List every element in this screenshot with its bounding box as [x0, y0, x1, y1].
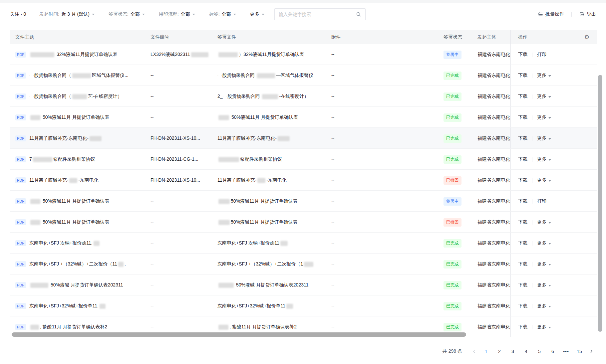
- status-cell: 已完成: [440, 65, 473, 86]
- cell-text: 11月离子膜碱补充-东南电化-: [217, 135, 277, 141]
- toolbar-divider: [571, 12, 572, 17]
- pagination-next-button[interactable]: [586, 346, 597, 357]
- download-link[interactable]: 下载: [518, 240, 527, 246]
- more-link[interactable]: 更多: [537, 73, 546, 78]
- status-badge: 已完成: [444, 134, 461, 143]
- download-link[interactable]: 下载: [518, 135, 527, 141]
- vertical-scrollbar[interactable]: [598, 75, 602, 332]
- filter-group-1[interactable]: 签署状态:全部: [109, 11, 145, 17]
- more-link[interactable]: 更多: [537, 135, 546, 141]
- actions-cell: 下载更多: [510, 149, 597, 169]
- download-link[interactable]: 下载: [518, 261, 527, 267]
- cell-text: 一般货物采购合同（: [29, 73, 71, 78]
- initiator-entity-cell: 福建省东南电化: [473, 295, 510, 316]
- initiator-entity-cell: 福建省东南电化: [473, 86, 510, 106]
- status-badge: 签署中: [444, 197, 461, 206]
- actions-cell: 下载更多: [510, 170, 597, 190]
- download-link[interactable]: 下载: [518, 282, 527, 287]
- attachment-cell: --: [330, 170, 440, 190]
- print-link[interactable]: 打印: [537, 52, 546, 57]
- more-link[interactable]: 更多: [537, 156, 546, 162]
- page-number-6[interactable]: 6: [547, 346, 558, 357]
- doc-subject-cell: PDF 32%液碱11月提货订单确认表: [10, 44, 150, 65]
- gear-icon[interactable]: ⚙: [584, 34, 589, 40]
- horizontal-scrollbar[interactable]: [12, 332, 466, 337]
- export-button[interactable]: 导出: [579, 11, 596, 17]
- filter-group-4[interactable]: 更多: [250, 11, 264, 17]
- pdf-badge: PDF: [15, 52, 26, 58]
- chevron-down-icon: [548, 327, 551, 328]
- search-button[interactable]: [352, 9, 365, 20]
- chevron-down-icon: [548, 285, 551, 286]
- action-divider: [532, 157, 532, 162]
- more-link[interactable]: 更多: [537, 303, 546, 308]
- more-link[interactable]: 更多: [537, 324, 546, 329]
- more-link[interactable]: 更多: [537, 282, 546, 287]
- more-link[interactable]: 更多: [537, 240, 546, 246]
- column-header-6: 操作⚙: [510, 30, 597, 44]
- download-link[interactable]: 下载: [518, 52, 527, 57]
- pdf-badge: PDF: [15, 219, 26, 225]
- chevron-down-icon: [142, 14, 145, 15]
- download-link[interactable]: 下载: [518, 219, 527, 225]
- filter-group-2[interactable]: 用印流程:全部: [159, 11, 195, 17]
- more-link[interactable]: 更多: [537, 219, 546, 225]
- pdf-badge: PDF: [15, 240, 26, 246]
- download-link[interactable]: 下载: [518, 73, 527, 78]
- more-link[interactable]: 更多: [537, 114, 546, 120]
- cell-text: 11月离子膜碱补充-东南电化-: [29, 135, 89, 141]
- cell-text: 50%液碱11月 月提货订单确认表: [230, 114, 298, 120]
- more-link[interactable]: 更多: [537, 93, 546, 99]
- download-link[interactable]: 下载: [518, 114, 527, 120]
- download-link[interactable]: 下载: [518, 303, 527, 308]
- pdf-badge: PDF: [15, 156, 26, 162]
- download-link[interactable]: 下载: [518, 177, 527, 183]
- filter-label: 标签:: [209, 11, 220, 17]
- filter-group-3[interactable]: 标签:全部: [209, 11, 236, 17]
- print-link[interactable]: 打印: [537, 198, 546, 204]
- cell-text: --: [151, 198, 153, 204]
- redacted-block: [218, 52, 238, 57]
- cell-text: FH-DN-202311-CG-1...: [151, 156, 198, 162]
- download-link[interactable]: 下载: [518, 198, 527, 204]
- actions-cell: 下载更多: [510, 107, 597, 127]
- doc-subject-cell: PDF11月离子膜碱补充--东南电化: [10, 170, 150, 190]
- doc-subject-cell: PDF东南电化+SFJ +（32%碱）+二次报价（11.: [10, 254, 150, 274]
- more-link[interactable]: 更多: [537, 261, 546, 267]
- page-number-15[interactable]: 15: [574, 346, 585, 357]
- page-number-3[interactable]: 3: [507, 346, 518, 357]
- page-number-5[interactable]: 5: [534, 346, 545, 357]
- table-row: PDF一般货物采购合同（区域气体报警仪...--一般货物采购合同 —区域气体报警…: [10, 65, 597, 86]
- filter-group-0[interactable]: 发起时间:近 3 月 (默认): [39, 11, 95, 17]
- chevron-down-icon: [548, 243, 551, 245]
- search-icon: [356, 12, 361, 17]
- pagination-ellipsis[interactable]: •••: [561, 346, 571, 357]
- redacted-block: [218, 157, 239, 162]
- page-number-4[interactable]: 4: [521, 346, 531, 357]
- search-box: [274, 8, 366, 20]
- page-number-1[interactable]: 1: [481, 346, 491, 357]
- pagination-prev-button[interactable]: [469, 346, 479, 357]
- doc-subject-cell: PDF一般货物采购合同（艺-在线密度计）: [10, 86, 150, 106]
- cell-text: --: [151, 93, 153, 99]
- search-input[interactable]: [275, 9, 352, 20]
- page-number-2[interactable]: 2: [494, 346, 505, 357]
- doc-code-cell: --: [150, 254, 216, 274]
- chevron-down-icon: [192, 14, 195, 15]
- follow-filter[interactable]: 关注 · 0: [10, 11, 26, 17]
- cell-text: 2_一般货物采购合同: [217, 93, 261, 99]
- download-link[interactable]: 下载: [518, 93, 527, 99]
- cell-text: 50%液碱11月 月提货订单确认表: [231, 198, 297, 204]
- batch-operation-button[interactable]: 批量操作: [538, 11, 564, 17]
- more-link[interactable]: 更多: [537, 177, 546, 183]
- status-cell: 已完成: [440, 274, 473, 295]
- doc-subject-cell: PDF 50%液碱11月 月提货订单确认表: [10, 212, 150, 232]
- initiator-entity-cell: 福建省东南电化: [473, 274, 510, 295]
- download-link[interactable]: 下载: [518, 324, 527, 329]
- initiator-entity-cell: 福建省东南电化: [473, 65, 510, 86]
- download-link[interactable]: 下载: [518, 156, 527, 162]
- initiator-entity-cell: 福建省东南电化: [473, 107, 510, 127]
- actions-cell: 下载更多: [510, 128, 597, 148]
- column-header-3: 附件: [330, 30, 440, 44]
- filter-label: 签署状态:: [109, 11, 129, 17]
